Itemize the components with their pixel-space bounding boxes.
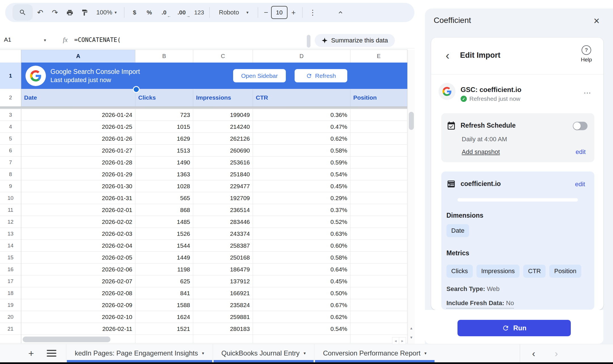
collapse-toolbar-button[interactable]: [333, 6, 348, 19]
cell[interactable]: 283446: [193, 216, 253, 228]
cell[interactable]: 0.62%: [253, 311, 350, 323]
cell[interactable]: 2026-01-30: [21, 180, 135, 192]
row-header-17[interactable]: 17: [0, 275, 21, 287]
cell[interactable]: 1198: [135, 264, 193, 275]
all-sheets-menu-icon[interactable]: [47, 350, 56, 357]
scroll-left-icon[interactable]: ◂: [392, 337, 399, 344]
cell[interactable]: 841: [135, 287, 193, 299]
redo-button[interactable]: ↷: [48, 6, 62, 19]
cell[interactable]: 0.60%: [253, 240, 350, 252]
cell[interactable]: [350, 216, 407, 228]
cell[interactable]: 0.29%: [253, 192, 350, 204]
cell[interactable]: [350, 133, 407, 145]
cell[interactable]: 199049: [193, 109, 253, 121]
vertical-scrollbar[interactable]: [408, 50, 415, 344]
column-header-B[interactable]: B: [135, 50, 193, 63]
cell[interactable]: 2026-02-05: [21, 252, 135, 264]
cell[interactable]: 251840: [193, 168, 253, 180]
cell[interactable]: 0.67%: [253, 299, 350, 311]
search-button[interactable]: [12, 4, 33, 21]
cell[interactable]: 0.37%: [253, 204, 350, 216]
cell[interactable]: 137912: [193, 275, 253, 287]
column-header-E[interactable]: E: [350, 50, 407, 63]
corner-box[interactable]: [0, 50, 21, 63]
increase-font-size-button[interactable]: +: [288, 6, 299, 19]
cell[interactable]: 1449: [135, 252, 193, 264]
cell[interactable]: 250168: [193, 252, 253, 264]
cell[interactable]: 0.58%: [253, 145, 350, 157]
paint-format-button[interactable]: [77, 6, 92, 19]
run-button[interactable]: Run: [457, 320, 571, 336]
scroll-up-icon[interactable]: ▴: [409, 326, 414, 331]
column-header-A[interactable]: A: [21, 50, 135, 63]
cell[interactable]: 2026-02-01: [21, 204, 135, 216]
cell[interactable]: 0.58%: [253, 252, 350, 264]
cell[interactable]: 868: [135, 204, 193, 216]
preview-scrollbar[interactable]: [457, 198, 578, 202]
cell[interactable]: [350, 192, 407, 204]
cell[interactable]: [350, 287, 407, 299]
kebab-menu-icon[interactable]: ⋮: [582, 86, 592, 100]
cell[interactable]: [350, 240, 407, 252]
row-header-19[interactable]: 19: [0, 299, 21, 311]
cell[interactable]: 2026-02-08: [21, 287, 135, 299]
cell[interactable]: 229477: [193, 180, 253, 192]
cell[interactable]: [350, 180, 407, 192]
row-header-5[interactable]: 5: [0, 133, 21, 145]
row-header-4[interactable]: 4: [0, 121, 21, 133]
cell[interactable]: 1363: [135, 168, 193, 180]
cell[interactable]: 214240: [193, 121, 253, 133]
cell[interactable]: 2026-02-10: [21, 311, 135, 323]
row-header-8[interactable]: 8: [0, 168, 21, 180]
row-header-20[interactable]: 20: [0, 311, 21, 323]
format-currency-button[interactable]: $: [127, 6, 142, 19]
cell[interactable]: 2026-01-26: [21, 133, 135, 145]
cell[interactable]: [350, 299, 407, 311]
decrease-decimal-button[interactable]: .0←: [157, 6, 171, 19]
more-toolbar-options-button[interactable]: ⋮: [305, 6, 320, 19]
cell[interactable]: 723: [135, 109, 193, 121]
cell[interactable]: 186479: [193, 264, 253, 275]
cell[interactable]: 2026-01-31: [21, 192, 135, 204]
row-header-14[interactable]: 14: [0, 240, 21, 252]
cell[interactable]: [350, 121, 407, 133]
row-header-21[interactable]: 21: [0, 323, 21, 335]
increase-decimal-button[interactable]: .00→: [174, 6, 189, 19]
header-cell-clicks[interactable]: Clicks: [135, 89, 193, 106]
cell[interactable]: 0.45%: [253, 180, 350, 192]
more-formats-button[interactable]: 123: [192, 6, 207, 19]
cell[interactable]: 2026-01-24: [21, 109, 135, 121]
cell[interactable]: [350, 204, 407, 216]
cell[interactable]: 2026-02-06: [21, 264, 135, 275]
cell[interactable]: 236514: [193, 204, 253, 216]
row-header-16[interactable]: 16: [0, 264, 21, 275]
refresh-schedule-toggle[interactable]: [573, 122, 588, 130]
add-snapshot-link[interactable]: Add snapshot: [462, 148, 500, 156]
cell[interactable]: 2026-01-27: [21, 145, 135, 157]
horizontal-scrollbar-thumb[interactable]: [23, 337, 110, 342]
cell[interactable]: 0.45%: [253, 275, 350, 287]
cell[interactable]: 2026-02-09: [21, 299, 135, 311]
name-box[interactable]: A1: [4, 36, 35, 43]
cell[interactable]: 0.64%: [253, 264, 350, 275]
cell[interactable]: [350, 145, 407, 157]
header-cell-impressions[interactable]: Impressions: [193, 89, 253, 106]
format-percent-button[interactable]: %: [142, 6, 157, 19]
row-header-6[interactable]: 6: [0, 145, 21, 157]
cell[interactable]: 1485: [135, 216, 193, 228]
row-header-10[interactable]: 10: [0, 192, 21, 204]
summarize-data-button[interactable]: Summarize this data: [315, 34, 395, 47]
sheet-tab-2[interactable]: QuickBooks Journal Entry▾: [213, 344, 314, 362]
formula-bar-handle[interactable]: [307, 35, 310, 48]
row-header-13[interactable]: 13: [0, 228, 21, 240]
row-header-18[interactable]: 18: [0, 287, 21, 299]
row-header-15[interactable]: 15: [0, 252, 21, 264]
row-header-12[interactable]: 12: [0, 216, 21, 228]
schedule-edit-link[interactable]: edit: [576, 148, 586, 156]
import-edit-link[interactable]: edit: [575, 181, 585, 188]
font-select[interactable]: Roboto ▾: [212, 6, 255, 19]
row-header-1[interactable]: 1: [0, 63, 21, 89]
sheet-tab-3[interactable]: Conversion Performance Report▾: [314, 344, 435, 362]
back-icon[interactable]: ‹: [442, 50, 453, 61]
cell[interactable]: 0.59%: [253, 157, 350, 168]
